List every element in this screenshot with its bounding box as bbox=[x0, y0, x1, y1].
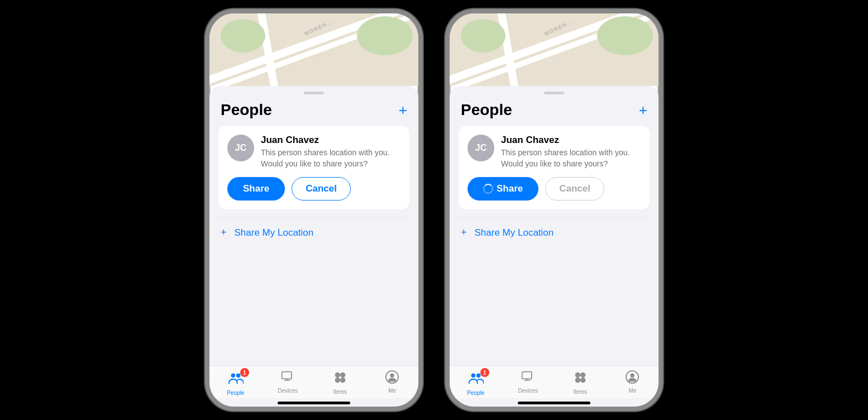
phone-right-wrapper: MOREH... People + JC Juan Chavez This pe… bbox=[445, 9, 663, 411]
tab-label-items-left: Items bbox=[333, 389, 347, 395]
items-icon-left bbox=[333, 370, 347, 387]
loading-spinner bbox=[483, 184, 493, 194]
tab-label-items-right: Items bbox=[574, 389, 587, 395]
drag-handle-right[interactable] bbox=[544, 92, 564, 94]
spacer-right bbox=[450, 247, 659, 365]
svg-rect-11 bbox=[522, 372, 532, 379]
home-indicator-right bbox=[518, 402, 590, 404]
sheet-title-right: People bbox=[461, 101, 512, 119]
tab-items-right[interactable]: Items bbox=[564, 370, 597, 395]
items-icon-right bbox=[573, 370, 588, 387]
svg-point-14 bbox=[575, 378, 580, 383]
tab-people-right[interactable]: 1 People bbox=[459, 370, 493, 396]
contact-desc-right: This person shares location with you. Wo… bbox=[501, 147, 641, 169]
map-green-area-r bbox=[461, 19, 505, 52]
contact-card-right: JC Juan Chavez This person shares locati… bbox=[459, 126, 650, 209]
tab-label-me-left: Me bbox=[388, 388, 396, 394]
add-button-right[interactable]: + bbox=[639, 103, 647, 117]
plus-icon-left: + bbox=[221, 227, 227, 238]
contact-info-right: Juan Chavez This person shares location … bbox=[501, 135, 641, 169]
tab-label-people-left: People bbox=[227, 390, 244, 396]
svg-point-12 bbox=[575, 373, 580, 378]
contact-card-left: JC Juan Chavez This person shares locati… bbox=[218, 126, 409, 209]
tab-people-left[interactable]: 1 People bbox=[219, 370, 252, 396]
svg-point-17 bbox=[631, 374, 635, 378]
cancel-button-left[interactable]: Cancel bbox=[292, 177, 351, 201]
tab-label-me-right: Me bbox=[628, 388, 636, 394]
sheet-header-left: People + bbox=[209, 99, 418, 126]
svg-point-13 bbox=[580, 373, 585, 378]
avatar-right: JC bbox=[468, 135, 494, 161]
map-area-right: MOREH... bbox=[450, 13, 659, 86]
share-location-row-right[interactable]: + Share My Location bbox=[450, 218, 659, 247]
plus-icon-right: + bbox=[461, 227, 467, 238]
phone-left: MOREH... People + JC Juan Chavez This pe… bbox=[205, 9, 423, 411]
svg-point-3 bbox=[335, 373, 340, 378]
map-green-area-2 bbox=[357, 16, 413, 55]
tab-label-devices-right: Devices bbox=[518, 388, 538, 394]
svg-point-0 bbox=[231, 374, 235, 378]
share-location-text-left: Share My Location bbox=[235, 227, 314, 238]
svg-point-6 bbox=[340, 378, 345, 383]
drag-handle-left[interactable] bbox=[304, 92, 324, 94]
tab-devices-left[interactable]: Devices bbox=[271, 370, 304, 394]
sheet-header-right: People + bbox=[450, 99, 659, 126]
share-location-row-left[interactable]: + Share My Location bbox=[209, 218, 418, 247]
svg-point-15 bbox=[580, 378, 585, 383]
contact-name-left: Juan Chavez bbox=[261, 135, 400, 146]
svg-point-5 bbox=[335, 378, 340, 383]
share-location-text-right: Share My Location bbox=[475, 227, 554, 238]
home-indicator-left bbox=[278, 402, 350, 404]
contact-desc-left: This person shares location with you. Wo… bbox=[261, 147, 400, 169]
badge-left: 1 bbox=[240, 368, 249, 377]
map-area-left: MOREH... bbox=[209, 13, 418, 86]
devices-icon-right bbox=[521, 370, 535, 386]
phone-right: MOREH... People + JC Juan Chavez This pe… bbox=[445, 9, 663, 411]
share-button-left[interactable]: Share bbox=[227, 177, 285, 201]
svg-point-8 bbox=[390, 374, 394, 378]
tab-bar-left: 1 People Devices bbox=[209, 365, 418, 398]
contact-name-right: Juan Chavez bbox=[501, 135, 641, 146]
contact-info-left: Juan Chavez This person shares location … bbox=[261, 135, 400, 169]
contact-row-left: JC Juan Chavez This person shares locati… bbox=[227, 135, 400, 169]
svg-rect-2 bbox=[282, 372, 292, 379]
me-icon-right bbox=[626, 370, 639, 386]
contact-row-right: JC Juan Chavez This person shares locati… bbox=[468, 135, 641, 169]
action-buttons-right: Share Cancel bbox=[468, 177, 641, 201]
sheet-right: People + JC Juan Chavez This person shar… bbox=[450, 86, 659, 407]
me-icon-left bbox=[385, 370, 399, 386]
tab-bar-right: 1 People Devices bbox=[450, 365, 659, 398]
svg-point-9 bbox=[471, 374, 475, 378]
map-green-area bbox=[221, 19, 265, 52]
devices-icon-left bbox=[281, 370, 294, 386]
tab-label-devices-left: Devices bbox=[278, 388, 298, 394]
spacer-left bbox=[209, 247, 418, 365]
svg-point-1 bbox=[236, 374, 240, 378]
action-buttons-left: Share Cancel bbox=[227, 177, 400, 201]
map-green-area-2-r bbox=[597, 16, 653, 55]
tab-items-left[interactable]: Items bbox=[323, 370, 357, 395]
tab-devices-right[interactable]: Devices bbox=[511, 370, 545, 394]
share-button-right[interactable]: Share bbox=[468, 177, 538, 201]
cancel-button-right[interactable]: Cancel bbox=[545, 177, 604, 201]
sheet-left: People + JC Juan Chavez This person shar… bbox=[209, 86, 418, 407]
svg-point-4 bbox=[340, 373, 345, 378]
sheet-title-left: People bbox=[221, 101, 272, 119]
badge-right: 1 bbox=[480, 368, 489, 377]
tab-me-right[interactable]: Me bbox=[616, 370, 649, 394]
phone-left-wrapper: MOREH... People + JC Juan Chavez This pe… bbox=[205, 9, 423, 411]
avatar-left: JC bbox=[227, 135, 254, 161]
svg-point-10 bbox=[476, 374, 480, 378]
tab-me-left[interactable]: Me bbox=[375, 370, 409, 394]
tab-label-people-right: People bbox=[467, 390, 484, 396]
add-button-left[interactable]: + bbox=[399, 103, 407, 117]
